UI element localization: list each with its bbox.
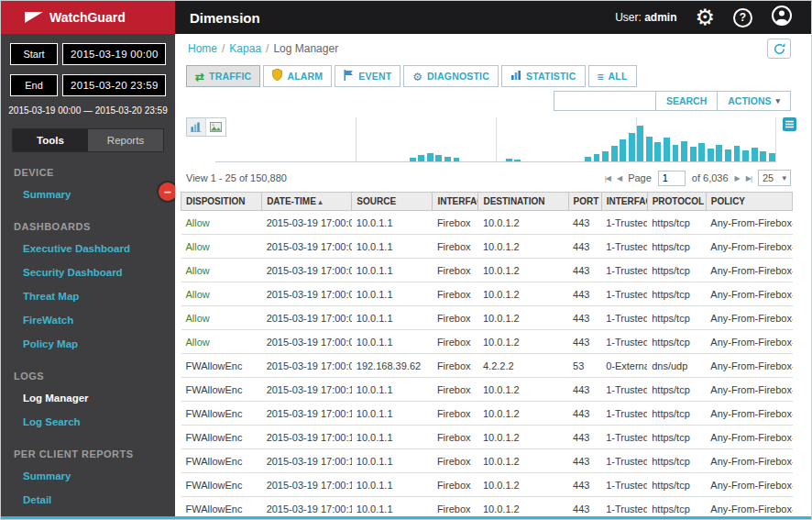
watchguard-flag-icon <box>25 12 43 23</box>
breadcrumb-link-kapaa[interactable]: Kapaa <box>229 42 261 55</box>
sidebar-tab-reports[interactable]: Reports <box>88 129 163 151</box>
tab-alarm[interactable]: ALARM <box>263 65 332 87</box>
sidebar-item-log-manager[interactable]: Log Manager <box>1 386 175 410</box>
chart-bin <box>584 121 593 161</box>
breadcrumb-link-home[interactable]: Home <box>188 42 217 55</box>
tab-all[interactable]: ≡ALL <box>588 65 637 87</box>
chart-export-button[interactable] <box>206 118 225 136</box>
sidebar-item-security-dashboard[interactable]: Security Dashboard <box>1 260 175 284</box>
log-volume-chart <box>186 117 791 165</box>
table-row[interactable]: FWAllowEnc2015-03-19 17:00:1310.0.1.1Fir… <box>181 449 793 473</box>
sidebar-item-detail[interactable]: Detail <box>1 488 175 512</box>
chart-bar <box>637 126 643 161</box>
search-input[interactable] <box>554 91 656 111</box>
cell-destination: 10.0.1.2 <box>478 282 568 306</box>
page-number-input[interactable] <box>658 171 686 186</box>
table-row[interactable]: Allow2015-03-19 17:00:0110.0.1.1Firebox1… <box>181 235 793 259</box>
cell-date-time: 2015-03-19 17:00:03 <box>262 282 352 306</box>
chart-bars <box>215 121 776 161</box>
chart-bar <box>664 138 670 161</box>
chart-bin <box>671 121 680 161</box>
table-row[interactable]: Allow2015-03-19 17:00:0310.0.1.1Firebox1… <box>181 282 793 306</box>
chart-bin <box>707 121 716 161</box>
cell-source: 10.0.1.1 <box>352 402 433 426</box>
sidebar-item-executive-dashboard[interactable]: Executive Dashboard <box>1 237 175 260</box>
column-header-protocol[interactable]: PROTOCOL <box>647 193 706 211</box>
next-page-icon[interactable]: ▶ <box>735 174 740 183</box>
table-row[interactable]: Allow2015-03-19 17:00:0310.0.1.1Firebox1… <box>181 306 793 330</box>
last-page-icon[interactable]: ▶| <box>746 174 752 183</box>
cell-source: 10.0.1.1 <box>352 282 433 306</box>
page-size-select[interactable]: 25▾ <box>758 170 791 186</box>
cell-port: 443 <box>568 282 601 306</box>
table-row[interactable]: FWAllowEnc2015-03-19 17:00:04192.168.39.… <box>181 354 793 378</box>
chart-bin <box>250 121 259 161</box>
diagnostic-icon: ⚙ <box>412 68 422 84</box>
chart-type-button[interactable] <box>187 118 206 136</box>
column-header-interface[interactable]: INTERFACE <box>601 193 647 211</box>
sidebar-item-summary[interactable]: Summary <box>1 183 175 206</box>
start-date-field[interactable]: 2015-03-19 00:00 <box>62 43 166 65</box>
table-row[interactable]: Allow2015-03-19 17:00:0110.0.1.1Firebox1… <box>181 211 793 235</box>
chart-bin <box>663 121 672 161</box>
tab-traffic[interactable]: ⇄TRAFFIC <box>186 65 260 87</box>
sidebar-item-threat-map[interactable]: Threat Map <box>1 284 175 308</box>
column-header-destination[interactable]: DESTINATION <box>478 193 568 211</box>
refresh-button[interactable] <box>767 39 791 59</box>
table-row[interactable]: FWAllowEnc2015-03-19 17:00:1310.0.1.1Fir… <box>181 473 793 497</box>
search-button[interactable]: SEARCH <box>656 91 718 111</box>
cell-destination: 10.0.1.2 <box>478 426 568 449</box>
help-icon[interactable]: ? <box>733 8 752 28</box>
filter-tabs: ⇄TRAFFICALARMEVENT⚙DIAGNOSTICSTATISTIC≡A… <box>175 63 811 87</box>
sidebar-item-summary[interactable]: Summary <box>1 464 175 488</box>
cell-date-time: 2015-03-19 17:00:01 <box>262 235 352 259</box>
table-row[interactable]: Allow2015-03-19 17:00:0310.0.1.1Firebox1… <box>181 259 793 282</box>
table-row[interactable]: Allow2015-03-19 17:00:0310.0.1.1Firebox1… <box>181 330 793 354</box>
chart-bar <box>725 149 731 161</box>
cell-interface: Firebox <box>433 497 478 517</box>
chart-bin <box>373 121 382 161</box>
actions-button[interactable]: ACTIONS▾ <box>718 91 791 111</box>
collapse-sidebar-button[interactable]: – <box>157 181 175 203</box>
tab-statistic[interactable]: STATISTIC <box>501 65 586 87</box>
tab-diagnostic[interactable]: ⚙DIAGNOSTIC <box>403 65 499 87</box>
cell-disposition: FWAllowEnc <box>181 402 262 426</box>
sidebar-item-firewatch[interactable]: FireWatch <box>1 308 175 332</box>
table-row[interactable]: FWAllowEnc2015-03-19 17:00:1210.0.1.1Fir… <box>181 402 793 426</box>
sidebar-item-log-search[interactable]: Log Search <box>1 410 175 434</box>
chart-bin <box>478 121 488 161</box>
table-row[interactable]: FWAllowEnc2015-03-19 17:00:1210.0.1.1Fir… <box>181 378 793 402</box>
table-row[interactable]: FWAllowEnc2015-03-19 17:00:1310.0.1.1Fir… <box>181 426 793 449</box>
cell-disposition: FWAllowEnc <box>181 473 262 497</box>
column-header-disposition[interactable]: DISPOSITION <box>181 193 262 211</box>
cell-port: 443 <box>568 402 601 426</box>
column-header-interface[interactable]: INTERFACE <box>433 193 478 211</box>
cell-date-time: 2015-03-19 17:00:13 <box>262 449 352 473</box>
cell-source: 10.0.1.1 <box>352 306 433 330</box>
chart-menu-icon[interactable] <box>783 117 796 135</box>
section-header-per-client-reports: PER CLIENT REPORTS <box>1 434 175 464</box>
prev-page-icon[interactable]: ◀ <box>617 174 621 183</box>
chart-bar <box>673 145 679 161</box>
cell-policy: Any-From-Firebox-00 <box>706 306 792 330</box>
gear-icon[interactable]: ⚙ <box>695 6 715 28</box>
table-row[interactable]: FWAllowEnc2015-03-19 17:00:1310.0.1.1Fir… <box>181 497 793 517</box>
first-page-icon[interactable]: |◀ <box>605 174 610 183</box>
column-header-port[interactable]: PORT <box>568 193 601 211</box>
cell-port: 443 <box>568 473 601 497</box>
column-header-source[interactable]: SOURCE <box>352 193 433 211</box>
column-header-date-time[interactable]: DATE-TIME ▴ <box>262 193 352 211</box>
chart-plot-area[interactable] <box>215 117 776 162</box>
column-header-policy[interactable]: POLICY <box>706 193 792 211</box>
sidebar-item-policy-map[interactable]: Policy Map <box>1 332 175 356</box>
breadcrumb-current: Log Manager <box>273 42 338 55</box>
chart-bin <box>338 121 347 161</box>
page-count-text: of 6,036 <box>692 172 729 183</box>
tab-event[interactable]: EVENT <box>335 65 401 87</box>
cell-source: 10.0.1.1 <box>352 426 433 449</box>
sidebar-nav: DEVICESummaryDASHBOARDSExecutive Dashboa… <box>1 152 175 512</box>
sidebar-tab-tools[interactable]: Tools <box>13 129 88 151</box>
cell-disposition: Allow <box>181 235 262 259</box>
end-date-field[interactable]: 2015-03-20 23:59 <box>62 74 166 96</box>
account-icon[interactable] <box>771 5 793 30</box>
